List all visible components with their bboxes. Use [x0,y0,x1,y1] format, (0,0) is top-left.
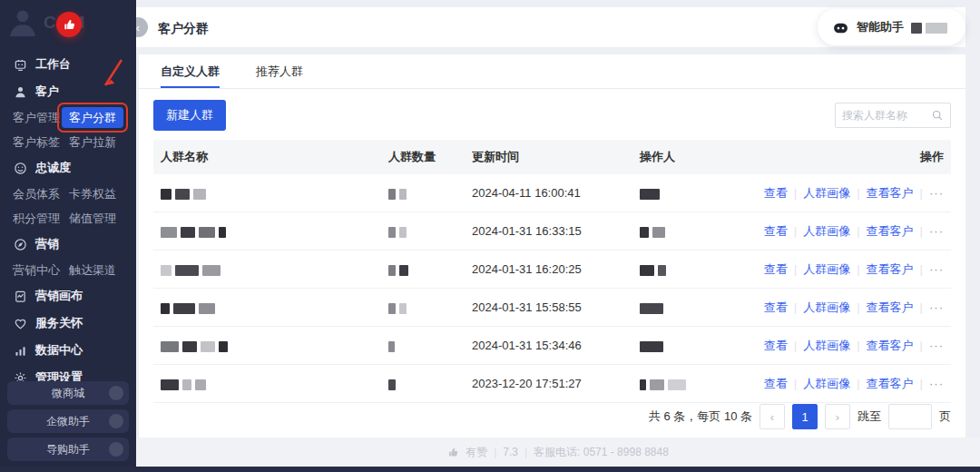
action-link[interactable]: 人群画像 [803,338,850,354]
action-link[interactable]: 查看 [764,300,788,316]
sidebar-subitem[interactable]: 客户标签 [13,134,69,151]
pagination-total: 共 6 条，每页 10 条 [649,408,752,425]
action-link[interactable]: 人群画像 [803,376,850,392]
action-separator: | [857,300,859,314]
sidebar-subitem[interactable]: 会员体系 [13,186,69,202]
annotation-box [57,103,128,133]
redacted-operator [632,186,769,200]
sidebar-item[interactable]: 营销画布 [0,282,136,310]
sidebar-menu: 工作台客户客户管理客户分群客户标签客户拉新忠诚度会员体系卡券权益积分管理储值管理… [0,51,136,391]
sidebar-item[interactable]: 忠诚度 [0,154,136,182]
redacted-segment-name [153,224,381,238]
sidebar-subrow: 客户标签客户拉新 [0,130,136,154]
tab-active[interactable]: 自定义人群 [161,54,220,88]
updated-time: 2024-01-31 15:34:46 [465,339,632,352]
sidebar-subitem[interactable]: 客户分群 [66,110,123,126]
action-link[interactable]: 查看 [764,376,788,392]
sidebar-app-button[interactable]: 企微助手 [7,409,129,433]
more-actions-button[interactable]: ··· [929,224,944,238]
action-separator: | [920,262,923,276]
sidebar-subitem[interactable]: 客户管理 [13,110,66,126]
more-actions-button[interactable]: ··· [929,186,944,200]
content-card: 自定义人群推荐人群 新建人群 人群名称人群数量更新时间操作人操作 2024-04… [139,54,965,438]
sidebar-subrow: 积分管理储值管理 [0,206,136,231]
pagination-jump-label: 跳至 [858,408,881,425]
topbar: ‹ 客户分群 智能助手 [136,7,965,47]
action-link[interactable]: 查看 [764,185,788,202]
pagination-next-button[interactable]: › [825,404,850,429]
pagination-page-unit: 页 [939,408,951,425]
action-link[interactable]: 人群画像 [803,300,850,316]
action-link[interactable]: 人群画像 [803,261,850,278]
sidebar-subitem[interactable]: 储值管理 [69,211,116,227]
table-row: 2023-12-20 17:51:27查看|人群画像|查看客户|··· [153,365,951,403]
action-link[interactable]: 查看 [764,223,788,240]
sidebar-subitem[interactable]: 卡券权益 [69,186,116,202]
new-segment-button[interactable]: 新建人群 [153,100,226,131]
table-row: 2024-01-31 16:33:15查看|人群画像|查看客户|··· [153,212,951,251]
sidebar-subitem-active[interactable]: 客户分群 [62,107,123,128]
footer: 有赞 | 7.3 | 客服电话: 0571 - 8998 8848 [136,438,980,467]
sidebar-app-button[interactable]: 微商城 [7,381,129,405]
search-box[interactable] [835,103,951,128]
search-icon[interactable] [931,109,944,122]
more-actions-button[interactable]: ··· [929,300,944,314]
sidebar-item[interactable]: 客户 [0,78,136,105]
action-link[interactable]: 查看客户 [867,300,914,316]
smart-assistant-button[interactable]: 智能助手 [818,9,965,45]
action-separator: | [920,377,923,390]
column-header: 人群名称 [153,149,381,165]
sidebar-item[interactable]: 服务关怀 [0,310,136,337]
table-row: 2024-04-11 16:00:41查看|人群画像|查看客户|··· [153,174,951,212]
action-link[interactable]: 查看 [764,261,788,278]
sidebar-item[interactable]: 工作台 [0,51,136,78]
row-actions: 查看|人群画像|查看客户|··· [769,300,951,316]
action-link[interactable]: 人群画像 [803,185,850,202]
action-link[interactable]: 查看客户 [867,338,914,354]
footer-brand: 有赞 [466,445,487,460]
action-link[interactable]: 查看客户 [867,223,914,240]
action-separator: | [920,339,923,352]
loyalty-icon [13,161,27,175]
sidebar-item-label: 营销画布 [35,288,83,304]
action-link[interactable]: 查看 [764,338,788,354]
more-actions-button[interactable]: ··· [929,339,944,352]
sidebar-app-button[interactable]: 导购助手 [7,438,129,461]
sidebar-subitem[interactable]: 积分管理 [13,211,69,227]
action-separator: | [794,262,797,276]
crm-logo-icon [7,5,38,40]
sidebar-subrow: 客户管理客户分群 [0,105,136,130]
action-separator: | [920,300,923,314]
redacted-operator [632,339,769,352]
more-actions-button[interactable]: ··· [929,262,944,276]
more-actions-button[interactable]: ··· [929,377,944,390]
action-separator: | [857,186,859,200]
action-link[interactable]: 查看客户 [867,376,914,392]
pagination-jump-input[interactable] [888,404,932,429]
canvas-icon [13,289,27,303]
data-icon [13,343,27,358]
table-header: 人群名称人群数量更新时间操作人操作 [153,140,951,174]
sidebar-subitem[interactable]: 触达渠道 [69,262,116,279]
action-link[interactable]: 查看客户 [867,185,914,202]
redacted-segment-name [153,262,381,276]
search-input[interactable] [842,109,931,122]
segments-table: 人群名称人群数量更新时间操作人操作 2024-04-11 16:00:41查看|… [153,140,951,403]
sidebar-subitem[interactable]: 客户拉新 [69,134,116,151]
pagination: 共 6 条，每页 10 条 ‹ 1 › 跳至 页 [649,404,951,429]
sidebar-subitem[interactable]: 营销中心 [13,262,69,279]
action-link[interactable]: 人群画像 [803,223,850,240]
action-separator: | [794,186,797,200]
footer-version: 7.3 [503,446,518,458]
sidebar-item-label: 营销 [35,236,59,252]
pagination-page-1[interactable]: 1 [792,404,818,429]
updated-time: 2024-04-11 16:00:41 [465,186,632,200]
pagination-prev-button[interactable]: ‹ [760,404,785,429]
row-actions: 查看|人群画像|查看客户|··· [769,338,951,354]
action-link[interactable]: 查看客户 [867,261,914,278]
workbench-icon [13,57,27,72]
sidebar-item[interactable]: 营销 [0,231,136,258]
tab-inactive[interactable]: 推荐人群 [256,54,303,88]
sidebar-item[interactable]: 数据中心 [0,337,136,364]
column-header: 操作人 [632,149,769,165]
